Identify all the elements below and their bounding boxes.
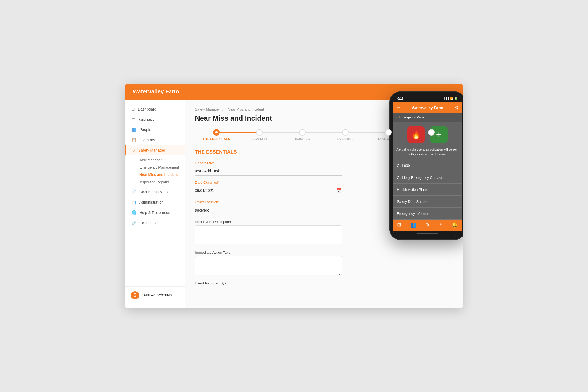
form-group-reported-by: Event Reported By? (195, 281, 453, 296)
sidebar-sub-inspection[interactable]: Inspection Reports (137, 178, 185, 186)
sidebar-item-administration[interactable]: 📊 Administration (125, 197, 185, 207)
sidebar-sub-near-miss[interactable]: Near Miss and Incident (137, 171, 185, 178)
input-report-title[interactable] (195, 167, 342, 176)
step-dot-sign-off (428, 129, 435, 136)
administration-icon: 📊 (131, 200, 137, 205)
date-input-container: 📅 (195, 186, 342, 195)
step-dot-take-action (385, 129, 392, 136)
step-evidence[interactable]: EVIDENCE (324, 129, 367, 140)
breadcrumb-parent[interactable]: Safety Manager (195, 107, 220, 111)
step-severity[interactable]: SEVERITY (238, 129, 281, 140)
phone-bottom-bar: ⊞ 👥 ⊕ ⚠ 🔔 (393, 220, 462, 231)
phone-emergency-buttons: 🔥 + (393, 122, 462, 146)
battery-icon: 🔋 (454, 97, 457, 100)
sidebar-item-safety-manager[interactable]: 🛡 Safety Manager (125, 145, 185, 155)
step-dot-evidence (342, 129, 349, 136)
app-frame: Watervalley Farm ⊡ Dashboard 🗃 Business … (125, 84, 463, 308)
sidebar-item-dashboard[interactable]: ⊡ Dashboard (125, 104, 185, 114)
breadcrumb-separator: / (222, 107, 223, 111)
people-icon: 👥 (131, 127, 137, 132)
bottom-notification-icon[interactable]: 🔔 (452, 222, 458, 228)
settings-icon[interactable]: ⚙ (455, 105, 458, 110)
home-bar (416, 233, 438, 234)
sidebar-sub-task-manager[interactable]: Task Manager (137, 156, 185, 164)
app-title: Watervalley Farm (133, 88, 179, 95)
sidebar-sub-safety: Task Manager Emergency Management Near M… (125, 155, 185, 187)
form-group-immediate-action: Immediate Action Taken (195, 250, 453, 276)
sidebar-spacer (125, 228, 185, 286)
step-dot-severity (256, 129, 263, 136)
sidebar-sub-emergency[interactable]: Emergency Management (137, 164, 185, 171)
input-exact-location[interactable] (195, 206, 342, 215)
phone-status-icons: ▐▐▐ 📶 🔋 (443, 97, 457, 100)
input-reported-by[interactable] (195, 287, 342, 296)
sidebar-item-people[interactable]: 👥 People (125, 124, 185, 135)
phone-back-label: Emergency Page (399, 115, 424, 119)
phone-notch (416, 95, 438, 101)
step-dot-essentials (213, 129, 220, 136)
main-content: Safety Manager / Near Miss and Incident … (185, 100, 463, 308)
hamburger-icon[interactable]: ☰ (396, 105, 400, 110)
step-dot-injuries (299, 129, 306, 136)
step-injuries[interactable]: INJURIES (281, 129, 324, 140)
step-label-essentials: THE ESSENTIALS (203, 137, 230, 140)
phone-screen: 9:15 ▐▐▐ 📶 🔋 ☰ Watervalley Farm ⚙ (393, 95, 462, 237)
phone-back-bar[interactable]: ‹ Emergency Page (393, 113, 462, 122)
phone-status-bar: 9:15 ▐▐▐ 📶 🔋 (393, 95, 462, 102)
back-chevron-icon: ‹ (396, 115, 398, 120)
sidebar-item-help[interactable]: 🌐 Help & Resources (125, 207, 185, 218)
sidebar-item-documents[interactable]: 📄 Documents & Files (125, 187, 185, 197)
phone-menu-emergency-info[interactable]: Emergency Information (393, 208, 462, 220)
input-date-occurred[interactable] (195, 186, 336, 195)
bottom-alert-icon[interactable]: ⚠ (438, 222, 443, 228)
phone-alert-text: Alert all on site users, a notification … (393, 146, 462, 160)
signal-icon: ▐▐▐ (443, 97, 449, 100)
help-icon: 🌐 (131, 210, 137, 215)
documents-icon: 📄 (131, 189, 137, 194)
svg-text:S: S (134, 293, 137, 298)
calendar-icon[interactable]: 📅 (336, 188, 342, 193)
fire-emergency-button[interactable]: 🔥 (407, 126, 425, 143)
phone-menu-call-key[interactable]: Call Key Emergency Contact (393, 172, 462, 184)
sidebar-item-contact[interactable]: 🔗 Contact Us (125, 218, 185, 228)
phone-menu-safety-data[interactable]: Safety Data Sheets (393, 196, 462, 208)
brand-logo-icon: S (131, 291, 139, 300)
label-reported-by: Event Reported By? (195, 281, 453, 285)
phone-header: ☰ Watervalley Farm ⚙ (393, 102, 462, 113)
phone-app-title: Watervalley Farm (412, 106, 443, 110)
step-essentials[interactable]: THE ESSENTIALS (195, 129, 238, 140)
textarea-brief-description[interactable] (195, 225, 342, 244)
main-layout: ⊡ Dashboard 🗃 Business 👥 People 📋 Invent… (125, 100, 463, 308)
bottom-people-icon[interactable]: 👥 (410, 222, 416, 228)
dashboard-icon: ⊡ (131, 107, 135, 112)
step-label-injuries: INJURIES (295, 137, 310, 140)
sidebar: ⊡ Dashboard 🗃 Business 👥 People 📋 Invent… (125, 100, 185, 308)
sidebar-item-inventory[interactable]: 📋 Inventory (125, 135, 185, 145)
sidebar-item-business[interactable]: 🗃 Business (125, 114, 185, 124)
breadcrumb-current: Near Miss and Incident (228, 107, 264, 111)
contact-icon: 🔗 (131, 220, 137, 225)
bottom-add-icon[interactable]: ⊕ (425, 222, 429, 228)
label-immediate-action: Immediate Action Taken (195, 250, 453, 255)
phone-menu-health-action[interactable]: Health Action Plans (393, 184, 462, 196)
sidebar-logo: S SAFE AG SYSTEMS (125, 286, 185, 304)
bottom-grid-icon[interactable]: ⊞ (397, 222, 401, 228)
phone-mockup: 9:15 ▐▐▐ 📶 🔋 ☰ Watervalley Farm ⚙ (389, 91, 463, 240)
phone-time: 9:15 (397, 97, 403, 100)
step-label-severity: SEVERITY (252, 137, 267, 140)
inventory-icon: 📋 (131, 137, 137, 142)
business-icon: 🗃 (131, 117, 136, 122)
phone-home-indicator (393, 231, 462, 237)
wifi-icon: 📶 (450, 97, 453, 100)
phone-menu-call-999[interactable]: Call 999 (393, 160, 462, 172)
step-label-evidence: EVIDENCE (337, 137, 354, 140)
textarea-immediate-action[interactable] (195, 256, 342, 275)
safety-icon: 🛡 (131, 148, 136, 152)
